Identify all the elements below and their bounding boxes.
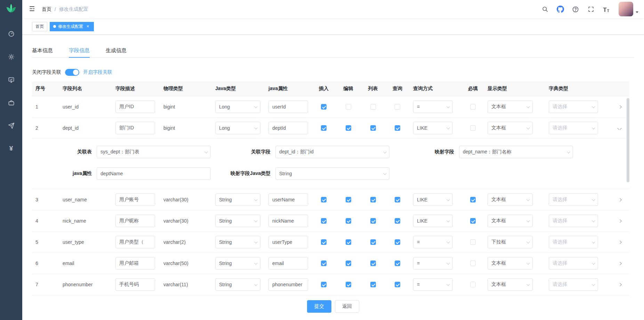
expand-row-icon[interactable]	[617, 283, 622, 286]
list-checkbox[interactable]	[370, 197, 376, 202]
list-checkbox[interactable]	[370, 104, 376, 110]
edit-checkbox[interactable]	[346, 125, 351, 131]
dict-type-select[interactable]: 请选择	[549, 236, 598, 248]
query-checkbox[interactable]	[395, 218, 400, 224]
java-prop-input[interactable]	[268, 101, 308, 113]
expand-row-icon[interactable]	[617, 219, 622, 223]
html-type-select[interactable]: 文本框	[488, 257, 533, 270]
edit-checkbox[interactable]	[346, 218, 351, 224]
github-icon[interactable]	[554, 3, 566, 16]
expand-row-icon[interactable]	[617, 105, 622, 109]
java-prop-input[interactable]	[268, 193, 308, 206]
java-prop-input[interactable]	[268, 257, 308, 270]
close-icon[interactable]: ×	[85, 24, 90, 29]
dict-type-select[interactable]: 请选择	[549, 257, 598, 270]
query-type-select[interactable]: =	[413, 257, 453, 270]
sidebar-item-tool[interactable]	[0, 91, 22, 114]
dict-type-select[interactable]: 请选择	[549, 278, 598, 291]
detail-relation_field-select[interactable]: dept_id：部门id	[275, 146, 389, 158]
query-checkbox[interactable]	[395, 125, 400, 131]
java-prop-input[interactable]	[268, 122, 308, 134]
dict-type-select[interactable]: 请选择	[549, 193, 598, 206]
sidebar-item-guide[interactable]	[0, 114, 22, 137]
html-type-select[interactable]: 文本框	[488, 193, 533, 206]
edit-checkbox[interactable]	[346, 239, 351, 245]
java-type-select[interactable]: String	[215, 278, 260, 291]
list-checkbox[interactable]	[370, 282, 376, 287]
java-type-select[interactable]: Long	[215, 101, 260, 113]
app-logo[interactable]	[0, 0, 22, 18]
html-type-select[interactable]: 下拉框	[488, 236, 533, 248]
java-type-select[interactable]: String	[215, 215, 260, 227]
user-menu[interactable]	[619, 2, 638, 17]
query-checkbox[interactable]	[395, 197, 400, 202]
query-checkbox[interactable]	[395, 282, 400, 287]
detail-map_java_type-select[interactable]: String	[275, 167, 389, 180]
required-checkbox[interactable]	[470, 197, 476, 202]
java-prop-input[interactable]	[268, 236, 308, 248]
sidebar-item-dashboard[interactable]	[0, 22, 22, 45]
expand-row-icon[interactable]	[617, 241, 622, 244]
edit-checkbox[interactable]	[346, 261, 351, 266]
required-checkbox[interactable]	[470, 282, 476, 287]
tag-current[interactable]: 修改生成配置 ×	[50, 22, 94, 31]
query-checkbox[interactable]	[395, 261, 400, 266]
java-prop-input[interactable]	[268, 215, 308, 227]
html-type-select[interactable]: 文本框	[488, 215, 533, 227]
insert-checkbox[interactable]	[321, 104, 327, 110]
html-type-select[interactable]: 文本框	[488, 122, 533, 134]
java-type-select[interactable]: String	[215, 193, 260, 206]
expand-row-icon[interactable]	[617, 262, 622, 265]
java-type-select[interactable]: String	[215, 257, 260, 270]
back-button[interactable]: 返回	[335, 300, 359, 313]
list-checkbox[interactable]	[370, 125, 376, 131]
required-checkbox[interactable]	[470, 261, 476, 266]
column-desc-input[interactable]	[115, 236, 155, 248]
column-desc-input[interactable]	[115, 101, 155, 113]
sidebar-item-monitor[interactable]	[0, 68, 22, 91]
required-checkbox[interactable]	[470, 104, 476, 110]
edit-checkbox[interactable]	[346, 104, 351, 110]
avatar[interactable]	[619, 2, 633, 16]
html-type-select[interactable]: 文本框	[488, 101, 533, 113]
required-checkbox[interactable]	[470, 218, 476, 224]
insert-checkbox[interactable]	[321, 239, 327, 245]
detail-map_field-select[interactable]: dept_name：部门名称	[459, 146, 573, 158]
relation-switch[interactable]	[65, 69, 79, 76]
tab-basic-info[interactable]: 基本信息	[32, 44, 53, 58]
query-type-select[interactable]: =	[413, 236, 453, 248]
dict-type-select[interactable]: 请选择	[549, 215, 598, 227]
detail-java_prop-input[interactable]	[97, 167, 211, 180]
column-desc-input[interactable]	[115, 193, 155, 206]
required-checkbox[interactable]	[470, 125, 476, 131]
collapse-row-icon[interactable]	[617, 127, 622, 130]
dict-type-select[interactable]: 请选择	[549, 122, 598, 134]
search-icon[interactable]	[539, 3, 551, 16]
list-checkbox[interactable]	[370, 239, 376, 245]
insert-checkbox[interactable]	[321, 218, 327, 224]
insert-checkbox[interactable]	[321, 261, 327, 266]
query-checkbox[interactable]	[395, 104, 400, 110]
tab-field-info[interactable]: 字段信息	[69, 44, 90, 58]
edit-checkbox[interactable]	[346, 282, 351, 287]
column-desc-input[interactable]	[115, 257, 155, 270]
tag-home[interactable]: 首页	[32, 22, 47, 31]
insert-checkbox[interactable]	[321, 282, 327, 287]
query-checkbox[interactable]	[395, 239, 400, 245]
query-type-select[interactable]: =	[413, 101, 453, 113]
query-type-select[interactable]: LIKE	[413, 122, 453, 134]
dict-type-select[interactable]: 请选择	[549, 101, 598, 113]
column-desc-input[interactable]	[115, 278, 155, 291]
column-desc-input[interactable]	[115, 122, 155, 134]
java-type-select[interactable]: String	[215, 236, 260, 248]
query-type-select[interactable]: LIKE	[413, 193, 453, 206]
edit-checkbox[interactable]	[346, 197, 351, 202]
insert-checkbox[interactable]	[321, 197, 327, 202]
sidebar-toggle-button[interactable]	[24, 0, 40, 18]
required-checkbox[interactable]	[470, 239, 476, 245]
list-checkbox[interactable]	[370, 218, 376, 224]
expand-row-icon[interactable]	[617, 198, 622, 201]
list-checkbox[interactable]	[370, 261, 376, 266]
table-scrollbar[interactable]	[627, 98, 629, 182]
sidebar-item-pay[interactable]: ¥	[0, 137, 22, 160]
